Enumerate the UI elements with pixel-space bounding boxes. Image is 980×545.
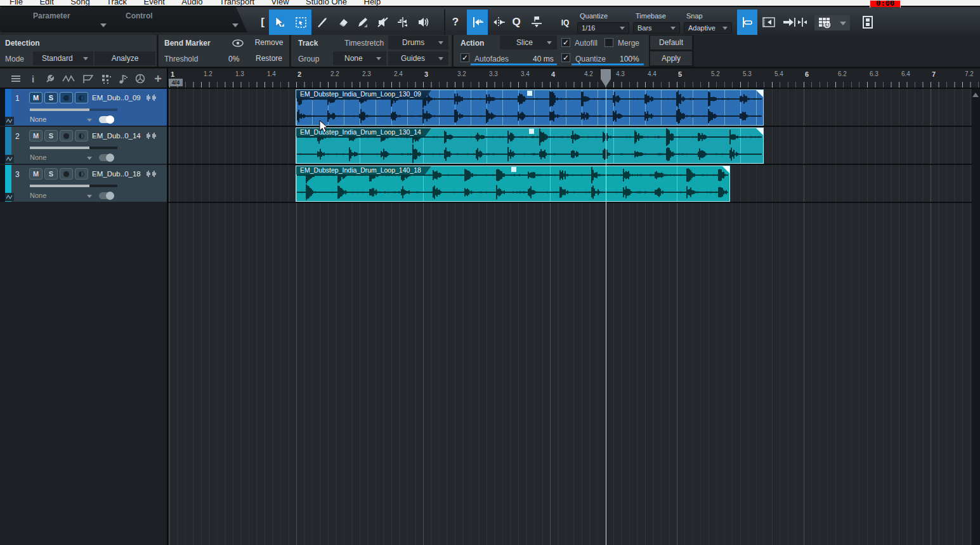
tempo-dial-icon[interactable] [134, 72, 147, 85]
bend-tool-button[interactable] [393, 10, 414, 35]
menu-event[interactable]: Event [144, 0, 165, 6]
show-bend-markers-eye-icon[interactable] [232, 39, 244, 47]
tool-wrench-icon[interactable] [43, 72, 56, 85]
remove-bend-markers-button[interactable]: Remove [249, 36, 289, 49]
detection-mode-select[interactable]: Standard [33, 51, 93, 65]
record-arm-button[interactable] [60, 92, 73, 103]
guides-select[interactable]: Guides [388, 51, 448, 65]
fade-out-handle[interactable] [722, 166, 729, 173]
action-select[interactable]: Slice [500, 36, 557, 49]
menu-transport[interactable]: Transport [219, 0, 254, 6]
menu-file[interactable]: File [10, 0, 23, 6]
action-quantize-value[interactable]: 100% [620, 55, 639, 63]
track-header[interactable]: 1 M S EM_Dub..0_09 None [0, 89, 167, 126]
send-dropdown-arrow-icon[interactable] [87, 119, 92, 122]
bend-marker-handle[interactable] [529, 129, 534, 134]
track-name[interactable]: EM_Dub..0_14 [92, 132, 141, 140]
send-select[interactable]: None [30, 115, 46, 123]
add-track-icon[interactable]: + [152, 72, 164, 85]
snap-select[interactable]: Adaptive [684, 22, 732, 34]
snap-to-cursor-button[interactable] [737, 10, 757, 35]
control-dropdown-arrow-icon[interactable] [232, 23, 238, 27]
volume-slider[interactable] [30, 108, 117, 111]
zoom-grid-icon[interactable] [818, 17, 831, 29]
solo-button[interactable]: S [44, 92, 58, 103]
automation-expand-button[interactable] [5, 117, 14, 125]
analyze-button[interactable]: Analyze [95, 51, 155, 65]
volume-slider[interactable] [30, 147, 117, 149]
timestretch-select[interactable]: Drums [388, 36, 448, 49]
bend-marker-tool-button[interactable] [467, 10, 488, 35]
automation-expand-button[interactable] [5, 193, 14, 201]
input-quantize-button[interactable]: IQ [556, 16, 575, 30]
menu-track[interactable]: Track [107, 0, 127, 6]
eraser-tool-button[interactable] [332, 10, 353, 35]
action-quantize-slider[interactable] [572, 63, 644, 65]
automation-expand-button[interactable] [5, 155, 14, 163]
threshold-value[interactable]: 0% [228, 55, 239, 63]
pads-grid-icon[interactable] [100, 72, 112, 85]
menu-view[interactable]: View [271, 0, 289, 6]
paint-tool-button[interactable] [353, 10, 373, 35]
mute-tool-button[interactable] [373, 10, 393, 35]
playhead-line[interactable] [606, 89, 606, 545]
volume-slider[interactable] [30, 185, 117, 187]
range-bracket-icon[interactable]: [ [256, 10, 269, 35]
marker-flag-icon[interactable] [82, 72, 95, 85]
autofades-slider[interactable] [471, 63, 557, 65]
timeline-ruler[interactable]: 11.21.31.422.22.32.433.23.33.444.24.34.4… [168, 69, 980, 89]
send-select[interactable]: None [30, 192, 46, 199]
scroll-up-icon[interactable] [972, 93, 979, 97]
mute-button[interactable]: M [29, 168, 42, 180]
send-select[interactable]: None [30, 154, 46, 161]
help-tool-button[interactable]: ? [447, 10, 464, 35]
arrange-grid[interactable]: EM_Dubstep_India_Drum_Loop_130_09 EM_Dub… [168, 89, 980, 545]
monitor-button[interactable] [75, 92, 88, 103]
monitor-button[interactable] [75, 130, 88, 141]
parameter-dropdown-arrow-icon[interactable] [100, 23, 107, 27]
track-name[interactable]: EM_Dub..0_18 [92, 170, 141, 178]
zoom-preset-dropdown-arrow-icon[interactable] [840, 22, 846, 25]
audio-clip[interactable]: EM_Dubstep_India_Drum_Loop_140_18 [296, 166, 730, 202]
record-arm-button[interactable] [60, 130, 73, 141]
menu-song[interactable]: Song [70, 0, 89, 6]
listen-tool-button[interactable] [414, 10, 434, 35]
groove-note-icon[interactable] [117, 72, 129, 85]
menu-edit[interactable]: Edit [39, 0, 53, 6]
autofades-checkbox[interactable]: ✓ [461, 53, 469, 62]
mute-button[interactable]: M [29, 130, 42, 141]
menu-help[interactable]: Help [364, 0, 381, 6]
track-toggle[interactable] [99, 154, 114, 161]
monitor-button[interactable] [75, 168, 88, 180]
track-header[interactable]: 3 M S EM_Dub..0_18 None [0, 165, 167, 202]
expand-tracks-button[interactable] [794, 10, 811, 35]
default-button[interactable]: Default [650, 36, 692, 49]
mute-button[interactable]: M [29, 92, 42, 103]
menu-audio[interactable]: Audio [181, 0, 202, 6]
fade-out-handle[interactable] [756, 128, 763, 135]
audio-clip[interactable]: EM_Dubstep_India_Drum_Loop_130_14 [296, 128, 764, 164]
automation-icon[interactable] [62, 72, 75, 85]
bend-marker-handle[interactable] [511, 167, 516, 172]
quantize-select[interactable]: 1/16 [577, 22, 629, 34]
bend-marker-handle[interactable] [527, 91, 532, 96]
solo-button[interactable]: S [44, 168, 58, 180]
arrow-tool-button[interactable] [269, 10, 290, 35]
track-list-menu-icon[interactable] [10, 72, 22, 85]
menu-studio-one[interactable]: Studio One [306, 0, 347, 6]
video-button[interactable] [858, 10, 878, 35]
track-list-button[interactable] [759, 10, 779, 35]
fade-out-handle[interactable] [756, 90, 763, 97]
track-toggle[interactable] [99, 116, 114, 123]
audio-clip[interactable]: EM_Dubstep_India_Drum_Loop_130_09 [296, 89, 764, 126]
split-tool-button[interactable] [312, 10, 332, 35]
action-quantize-checkbox[interactable]: ✓ [561, 53, 570, 62]
send-dropdown-arrow-icon[interactable] [87, 157, 92, 160]
restore-bend-markers-button[interactable]: Restore [249, 51, 289, 65]
group-select[interactable]: None [333, 51, 386, 65]
bend-edit-tool-button[interactable] [488, 10, 509, 35]
track-toggle[interactable] [99, 192, 114, 199]
track-header[interactable]: 2 M S EM_Dub..0_14 None [0, 127, 167, 164]
autofades-value[interactable]: 40 ms [533, 55, 554, 63]
merge-checkbox[interactable]: ✓ [604, 38, 613, 47]
